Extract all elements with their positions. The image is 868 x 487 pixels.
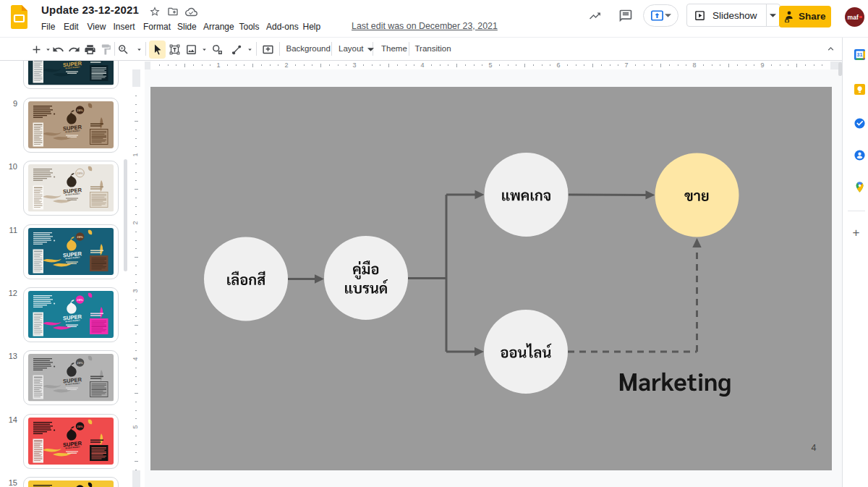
present-button[interactable] — [643, 4, 678, 27]
redo-button[interactable] — [67, 38, 80, 61]
theme-button[interactable]: Theme — [381, 38, 407, 60]
h-ruler-tick — [712, 64, 712, 66]
vertical-ruler: 12345 — [128, 69, 145, 487]
h-ruler-tick — [295, 64, 296, 66]
slides-logo[interactable] — [11, 5, 27, 29]
v-ruler-tick — [135, 334, 137, 334]
canvas-area: 123456789 12345 4 — [128, 61, 842, 487]
arrowhead-split-to-package — [475, 190, 485, 199]
h-ruler-tick — [746, 64, 746, 66]
menu-view[interactable]: View — [88, 21, 106, 33]
calendar-icon[interactable]: 31 — [854, 48, 866, 61]
last-edit-link[interactable]: Last edit was on December 23, 2021 — [352, 21, 498, 31]
undo-button[interactable] — [51, 38, 64, 61]
slide-thumbnail-10[interactable] — [23, 161, 119, 216]
slide-thumbnail-8[interactable] — [23, 61, 119, 89]
slide-thumbnail-11[interactable] — [23, 224, 119, 279]
h-ruler-tick — [312, 64, 312, 66]
cloud-saved-icon[interactable] — [185, 6, 197, 18]
layout-button[interactable]: Layout — [339, 38, 374, 60]
paint-format-button[interactable] — [99, 38, 112, 61]
v-ruler-tick — [135, 180, 137, 181]
h-ruler-tick — [236, 64, 237, 66]
v-ruler-number: 2 — [132, 216, 142, 230]
document-title[interactable]: Update 23-12-2021 — [41, 4, 139, 16]
h-ruler-tick — [720, 64, 720, 66]
h-ruler-tick — [388, 64, 389, 67]
slide-thumbnail-14[interactable] — [23, 414, 119, 469]
menu-tools[interactable]: Tools — [239, 21, 260, 33]
activity-icon[interactable] — [588, 9, 602, 22]
comment-icon[interactable] — [618, 9, 633, 23]
text-box-button[interactable] — [168, 38, 181, 61]
v-ruler-tick — [135, 232, 137, 232]
h-ruler-tick — [728, 64, 729, 67]
maps-icon[interactable] — [854, 181, 866, 193]
v-ruler-tick — [135, 402, 137, 402]
h-ruler-tick — [737, 64, 738, 66]
menu-help[interactable]: Help — [303, 21, 321, 33]
background-button[interactable]: Background — [286, 38, 331, 60]
v-ruler-tick — [135, 452, 137, 453]
menu-slide[interactable]: Slide — [177, 21, 197, 33]
slide-thumbnail-9[interactable] — [23, 98, 119, 153]
v-ruler-tick — [135, 274, 137, 275]
menu-add-ons[interactable]: Add-ons — [266, 21, 299, 33]
get-addons-button[interactable]: + — [850, 226, 862, 239]
star-icon[interactable] — [149, 6, 161, 17]
slideshow-caret-button[interactable] — [766, 4, 780, 26]
h-ruler-tick — [499, 64, 500, 66]
v-ruler-tick — [135, 461, 138, 462]
flow-diagram — [150, 87, 832, 470]
v-ruler-number: 3 — [132, 284, 142, 298]
avatar[interactable]: maf — [845, 7, 864, 27]
print-button[interactable] — [83, 38, 96, 61]
select-tool-button[interactable] — [150, 38, 163, 61]
present-caret-icon — [665, 14, 671, 17]
h-ruler-tick — [601, 64, 602, 66]
menu-file[interactable]: File — [41, 21, 55, 33]
slide-thumbnail-15[interactable] — [23, 477, 119, 487]
transition-button[interactable]: Transition — [415, 38, 451, 60]
menu-format[interactable]: Format — [143, 21, 171, 33]
h-ruler-tick — [329, 64, 330, 66]
side-panel-divider — [848, 211, 865, 211]
node-package[interactable] — [485, 153, 569, 237]
node-sell[interactable] — [655, 153, 739, 237]
toolbar-separator — [279, 42, 280, 56]
toolbar-separator — [331, 42, 332, 56]
slide-canvas[interactable]: 4 — [150, 87, 832, 470]
menu-insert[interactable]: Insert — [114, 21, 135, 33]
share-button[interactable]: Share — [779, 6, 832, 28]
slideshow-button[interactable]: Slideshow — [687, 4, 766, 26]
filmstrip-scrollbar[interactable] — [124, 159, 128, 271]
h-ruler-tick — [788, 64, 788, 66]
menu-arrange[interactable]: Arrange — [203, 21, 234, 33]
slide-thumbnail-13[interactable] — [23, 350, 119, 405]
h-ruler-tick — [796, 64, 797, 67]
insert-shape-button[interactable] — [210, 38, 224, 61]
insert-line-button[interactable] — [229, 38, 242, 61]
insert-image-button[interactable] — [184, 38, 197, 61]
slide-thumbnail-12[interactable] — [23, 287, 119, 342]
insert-placeholder-button[interactable] — [261, 38, 274, 61]
slide-thumbnail-art — [28, 354, 114, 402]
toolbar-collapse-icon[interactable] — [825, 43, 836, 54]
node-brand-manual[interactable] — [324, 236, 408, 320]
canvas-scrollbar[interactable] — [838, 62, 842, 76]
marketing-annotation[interactable] — [620, 373, 731, 397]
h-ruler-number: 7 — [619, 62, 634, 69]
h-ruler-tick — [542, 64, 542, 66]
tasks-icon[interactable] — [854, 117, 866, 130]
v-ruler-number: 1 — [132, 148, 142, 162]
move-folder-icon[interactable] — [167, 6, 179, 17]
keep-icon[interactable] — [854, 83, 866, 96]
menu-edit[interactable]: Edit — [64, 21, 79, 33]
contacts-icon[interactable] — [854, 149, 866, 161]
slide-thumbnail-number: 10 — [0, 162, 17, 171]
zoom-button[interactable] — [116, 38, 129, 61]
h-ruler-tick — [252, 64, 253, 67]
arrowhead-package-to-sell — [646, 190, 655, 199]
line-caret-icon — [243, 38, 256, 61]
v-ruler-tick — [135, 266, 137, 266]
